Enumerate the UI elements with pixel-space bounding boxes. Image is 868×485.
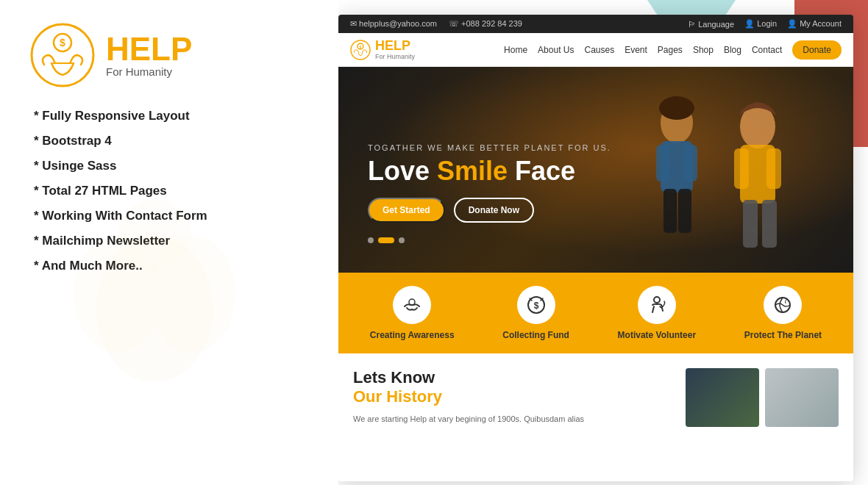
top-bar: ✉ helpplus@yahoo.com ☏ +088 292 84 239 🏳… (338, 15, 853, 33)
top-bar-contact: ✉ helpplus@yahoo.com ☏ +088 292 84 239 (350, 19, 522, 29)
nav-logo-help: HELP (375, 38, 410, 53)
logo-area: $ HELP For Humanity (29, 22, 309, 88)
feature-motivate-volunteer: Motivate Volunteer (618, 286, 696, 340)
login-link[interactable]: 👤 Login (744, 19, 777, 29)
nav-logo: $ HELP For Humanity (350, 39, 415, 60)
protect-planet-label: Protect The Planet (744, 330, 822, 340)
history-image-1 (686, 368, 759, 427)
motivate-volunteer-icon-circle (638, 286, 676, 324)
hero-subtitle: TOGATHER WE MAKE BETTER PLANET FOR US. (368, 143, 824, 152)
nav-bar: $ HELP For Humanity Home About Us Causes… (338, 33, 853, 67)
nav-event[interactable]: Event (625, 45, 647, 55)
language-selector[interactable]: 🏳 Language (688, 20, 734, 29)
left-panel: $ HELP For Humanity * Fully Responsive L… (0, 0, 338, 485)
hero-title: Love Smile Face (368, 157, 824, 186)
svg-point-3 (118, 198, 191, 272)
svg-point-23 (409, 299, 415, 305)
nav-logo-text-wrap: HELP For Humanity (375, 39, 415, 60)
protect-planet-icon-circle (764, 286, 802, 324)
nav-logo-sub: For Humanity (375, 53, 415, 60)
get-started-button[interactable]: Get Started (368, 198, 445, 223)
feature-item: * Fully Responsive Layout (29, 109, 309, 123)
hero-content: TOGATHER WE MAKE BETTER PLANET FOR US. L… (368, 143, 824, 243)
bottom-title: Lets Know Our History (353, 368, 671, 407)
slider-dots (368, 237, 824, 243)
history-image-2 (765, 368, 839, 427)
email-display: ✉ helpplus@yahoo.com (350, 19, 437, 29)
account-link[interactable]: 👤 My Account (787, 19, 842, 29)
feature-item: * Bootstrap 4 (29, 134, 309, 148)
nav-about[interactable]: About Us (538, 45, 574, 55)
nav-causes[interactable]: Causes (584, 45, 614, 55)
hero-title-part2: Face (508, 156, 575, 186)
nav-menu: Home About Us Causes Event Pages Shop Bl… (504, 40, 842, 60)
hero-buttons: Get Started Donate Now (368, 198, 824, 223)
phone-display: ☏ +088 292 84 239 (449, 19, 522, 29)
nav-shop[interactable]: Shop (693, 45, 714, 55)
logo-icon: $ (29, 22, 96, 88)
bottom-images (686, 368, 839, 427)
planet-icon (772, 295, 793, 315)
hero-title-yellow: Smile (437, 156, 508, 186)
donate-now-button[interactable]: Donate Now (454, 198, 534, 223)
nav-donate-button[interactable]: Donate (792, 40, 842, 60)
motivate-volunteer-label: Motivate Volunteer (618, 330, 696, 340)
bottom-text: Lets Know Our History We are starting He… (353, 368, 671, 427)
logo-text: HELP For Humanity (106, 33, 192, 78)
svg-point-26 (654, 297, 660, 303)
svg-text:$: $ (360, 45, 362, 49)
svg-text:$: $ (60, 37, 65, 48)
bottom-title-part1: Lets Know (353, 368, 435, 387)
feature-protect-planet: Protect The Planet (744, 286, 822, 340)
fund-icon: $ (526, 295, 547, 315)
nav-logo-icon: $ (350, 40, 371, 60)
nav-contact[interactable]: Contact (752, 45, 782, 55)
feature-collecting-fund: $ Collecting Fund (502, 286, 569, 340)
dot-3[interactable] (399, 237, 405, 243)
feature-bar: Creating Awareness $ Collecting Fund (338, 273, 853, 353)
bottom-section: Lets Know Our History We are starting He… (338, 353, 853, 434)
nav-home[interactable]: Home (504, 45, 527, 55)
top-bar-actions: 🏳 Language 👤 Login 👤 My Account (688, 19, 842, 29)
bottom-desc: We are starting Help at vary begining of… (353, 413, 671, 425)
svg-point-16 (659, 96, 694, 120)
creating-awareness-label: Creating Awareness (370, 330, 455, 340)
hero-section: TOGATHER WE MAKE BETTER PLANET FOR US. L… (338, 67, 853, 273)
bottom-title-yellow: Our History (353, 387, 442, 406)
creating-awareness-icon-circle (393, 286, 431, 324)
volunteer-icon (647, 295, 667, 315)
svg-text:$: $ (533, 301, 538, 311)
feature-creating-awareness: Creating Awareness (370, 286, 455, 340)
hero-title-part1: Love (368, 156, 437, 186)
handshake-icon (402, 295, 422, 315)
website-preview: ✉ helpplus@yahoo.com ☏ +088 292 84 239 🏳… (338, 15, 853, 481)
collecting-fund-label: Collecting Fund (502, 330, 569, 340)
logo-help: HELP (106, 33, 192, 65)
dot-2[interactable] (378, 237, 394, 243)
dot-1[interactable] (368, 237, 374, 243)
hands-decoration (44, 162, 265, 382)
nav-pages[interactable]: Pages (658, 45, 683, 55)
nav-blog[interactable]: Blog (724, 45, 741, 55)
logo-sub: For Humanity (106, 65, 192, 78)
collecting-fund-icon-circle: $ (517, 286, 555, 324)
